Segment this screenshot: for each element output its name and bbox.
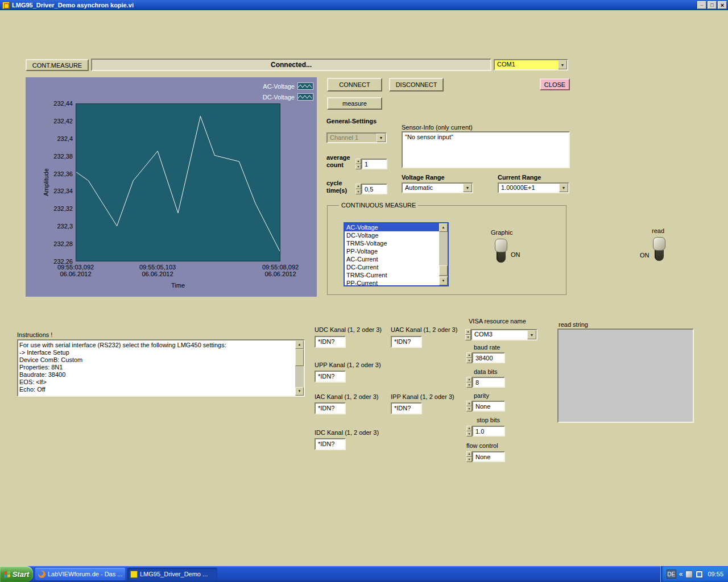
instructions-line: -> Interface Setup [19,349,293,356]
increment-decrement-icon[interactable] [466,401,472,411]
taskbar-item-labview[interactable]: LMG95_Driver_Demo ... [127,568,217,580]
channel-combo[interactable]: Channel 1 [326,132,387,143]
read-toggle[interactable] [653,237,665,262]
voltage-range-combo[interactable]: Automatic [402,182,473,193]
stop-bits-control: 1.0 [466,426,505,436]
scroll-down-icon[interactable] [295,387,304,396]
close-window-button[interactable] [718,1,727,9]
continuous-measure-title: CONTINUOUS MEASURE [339,202,418,209]
iac-kanal-label: IAC Kanal (1, 2 oder 3) [315,393,379,401]
language-indicator[interactable]: DE [667,569,676,579]
sensor-info-box[interactable]: "No sensor input" [402,131,570,168]
idc-kanal-field[interactable]: *IDN? [315,438,346,450]
cycle-time-label: cycle time(s) [326,180,356,194]
chevron-down-icon[interactable] [377,134,386,142]
waveform-chart: AC-VoltageDC-Voltage Amplitude 232,44232… [26,77,317,297]
toggle-knob-icon[interactable] [495,239,507,252]
close-button[interactable]: CLOSE [540,78,570,90]
y-tick-label: 232,42 [53,118,73,124]
measure-listbox-item[interactable]: DC-Current [345,263,439,271]
waveform-icon [297,82,313,90]
window-title: LMG95_Driver_Demo asynchron kopie.vi [12,2,696,9]
chevron-down-icon[interactable] [463,184,472,192]
measure-listbox-item[interactable]: AC-Current [345,255,439,263]
visa-resource-combo[interactable]: COM3 [471,329,537,340]
measure-listbox-item[interactable]: TRMS-Current [345,271,439,279]
stop-bits-field[interactable]: 1.0 [472,426,505,436]
average-count-field[interactable]: 1 [361,159,387,169]
legend-item[interactable]: DC-Voltage [263,92,313,102]
y-tick-label: 232,38 [53,153,73,160]
scroll-up-icon[interactable] [295,340,304,349]
stop-bits-label: stop bits [477,417,500,424]
measure-listbox[interactable]: AC-VoltageDC-VoltageTRMS-VoltagePP-Volta… [344,222,449,286]
data-bits-field[interactable]: 8 [472,377,505,388]
x-tick-label: 09:55:05,10306.06.2012 [139,264,176,277]
legend-item[interactable]: AC-Voltage [263,81,313,92]
disconnect-button[interactable]: DISCONNECT [389,78,444,92]
com-port-combo[interactable]: COM1 [494,59,568,70]
system-tray: DE 09:55 [660,566,728,582]
measure-listbox-item[interactable]: AC-Voltage [345,223,439,231]
windows-logo-icon [4,571,10,578]
restore-button[interactable] [708,1,717,9]
x-tick-label: 09:55:03,09206.06.2012 [57,264,94,277]
continuous-measure-group: CONTINUOUS MEASURE AC-VoltageDC-VoltageT… [327,205,566,295]
start-label: Start [13,570,30,579]
flow-control-field[interactable]: None [472,451,505,462]
current-range-combo[interactable]: 1.00000E+1 [498,182,569,193]
sensor-info-label: Sensor-Info (only current) [402,124,473,131]
data-bits-control: 8 [466,377,505,388]
connect-button[interactable]: CONNECT [327,78,382,92]
listbox-scrollbar[interactable] [439,223,448,285]
taskbar-item-browser[interactable]: LabVIEWforum.de - Das ... [35,568,125,580]
y-axis-ticks: 232,44232,42232,4232,38232,36232,34232,3… [26,103,73,261]
increment-decrement-icon[interactable] [355,159,361,169]
scroll-down-icon[interactable] [439,277,448,285]
tray-icon-2[interactable] [696,571,703,578]
iac-kanal-field[interactable]: *IDN? [315,402,346,414]
chevron-down-icon[interactable] [559,184,568,192]
upp-kanal-field[interactable]: *IDN? [315,371,346,383]
increment-decrement-icon[interactable] [466,426,472,436]
cycle-time-field[interactable]: 0,5 [361,184,387,194]
scrollbar-thumb[interactable] [295,349,304,366]
increment-decrement-icon[interactable] [465,329,471,340]
labview-vi-icon [2,2,10,9]
chevron-down-icon[interactable] [558,60,567,69]
tray-icon-1[interactable] [685,571,693,578]
scrollbar-thumb[interactable] [439,265,448,276]
measure-listbox-item[interactable]: PP-Voltage [345,247,439,255]
baud-rate-field[interactable]: 38400 [472,352,505,363]
ipp-kanal-field[interactable]: *IDN? [391,402,422,414]
increment-decrement-icon[interactable] [466,377,472,388]
y-tick-label: 232,44 [53,100,73,107]
measure-button[interactable]: measure [327,97,382,110]
minimize-button[interactable] [697,1,706,9]
cont-measure-button[interactable]: CONT.MEASURE [26,59,89,71]
read-string-label: read string [559,321,588,329]
collapse-chevron-icon[interactable] [679,570,683,578]
y-tick-label: 232,4 [57,135,73,142]
parity-field[interactable]: None [472,401,505,411]
chevron-down-icon[interactable] [527,330,536,339]
udc-kanal-field[interactable]: *IDN? [315,336,346,348]
legend-label: DC-Voltage [263,94,295,101]
increment-decrement-icon[interactable] [466,352,472,363]
taskbar-clock: 09:55 [708,571,723,577]
start-button[interactable]: Start [0,566,33,582]
taskbar-item-label: LMG95_Driver_Demo ... [140,571,208,577]
instructions-scrollbar[interactable] [295,340,304,396]
measure-listbox-item[interactable]: PP-Current [345,279,439,285]
graphic-toggle[interactable] [495,239,507,264]
read-string-box[interactable] [557,329,694,423]
uac-kanal-field[interactable]: *IDN? [391,336,422,348]
increment-decrement-icon[interactable] [355,184,361,194]
scroll-up-icon[interactable] [439,223,448,232]
increment-decrement-icon[interactable] [466,451,472,462]
instructions-line: Device ComB: Custom [19,356,293,364]
instructions-box[interactable]: For use with serial interface (RS232) se… [17,339,305,397]
measure-listbox-item[interactable]: DC-Voltage [345,231,439,239]
measure-listbox-item[interactable]: TRMS-Voltage [345,239,439,247]
toggle-knob-icon[interactable] [653,237,665,251]
